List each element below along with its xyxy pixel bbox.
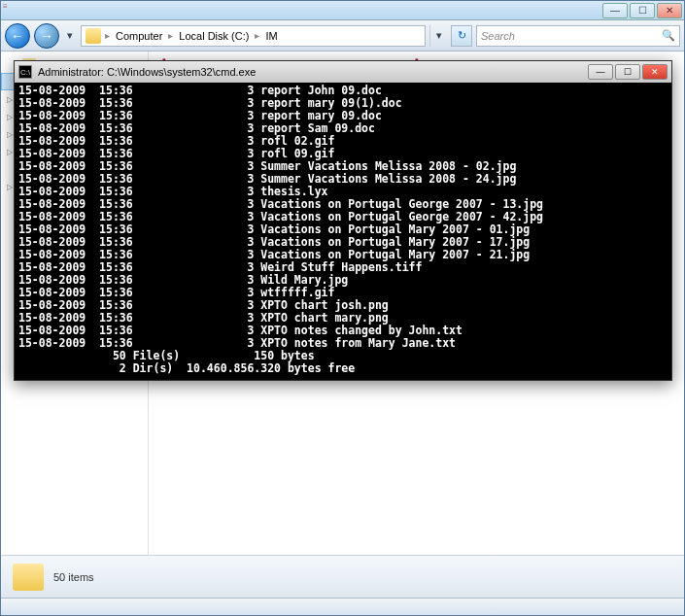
- close-button[interactable]: ✕: [657, 3, 682, 18]
- statusbar: [1, 598, 684, 615]
- maximize-button[interactable]: ☐: [630, 3, 655, 18]
- refresh-icon: ↻: [458, 29, 466, 42]
- breadcrumb[interactable]: ▸ Computer ▸ Local Disk (C:) ▸ IM: [81, 25, 426, 47]
- arrow-right-icon: →: [40, 28, 53, 44]
- breadcrumb-dropdown[interactable]: ▾: [429, 25, 447, 47]
- folder-icon: [13, 564, 44, 591]
- cmd-minimize-button[interactable]: —: [588, 64, 613, 80]
- cmd-output[interactable]: 15-08-2009 15:36 3 report John 09.doc 15…: [15, 83, 671, 380]
- cmd-titlebar[interactable]: C:\ Administrator: C:\Windows\system32\c…: [15, 61, 671, 83]
- details-pane: 50 items: [1, 555, 684, 598]
- cmd-icon: C:\: [18, 65, 32, 79]
- nav-history-dropdown[interactable]: ▾: [63, 26, 77, 46]
- explorer-titlebar: — ☐ ✕: [1, 1, 684, 20]
- search-icon: 🔍: [662, 29, 675, 42]
- minimize-button[interactable]: —: [602, 3, 628, 18]
- arrow-left-icon: ←: [11, 28, 24, 44]
- cmd-window: C:\ Administrator: C:\Windows\system32\c…: [14, 60, 672, 381]
- cmd-maximize-button[interactable]: ☐: [615, 64, 640, 80]
- folder-icon: [86, 28, 101, 44]
- cmd-title: Administrator: C:\Windows\system32\cmd.e…: [38, 66, 582, 78]
- search-input[interactable]: Search 🔍: [476, 25, 680, 47]
- explorer-navbar: ← → ▾ ▸ Computer ▸ Local Disk (C:) ▸ IM …: [1, 20, 684, 51]
- back-button[interactable]: ←: [5, 23, 30, 49]
- forward-button[interactable]: →: [34, 23, 59, 49]
- refresh-button[interactable]: ↻: [451, 25, 472, 47]
- status-text: 50 items: [53, 571, 94, 583]
- breadcrumb-item[interactable]: Computer: [114, 30, 164, 42]
- breadcrumb-item[interactable]: IM: [263, 30, 279, 42]
- breadcrumb-item[interactable]: Local Disk (C:): [177, 30, 251, 42]
- search-placeholder: Search: [481, 30, 515, 42]
- cmd-close-button[interactable]: ✕: [642, 64, 668, 80]
